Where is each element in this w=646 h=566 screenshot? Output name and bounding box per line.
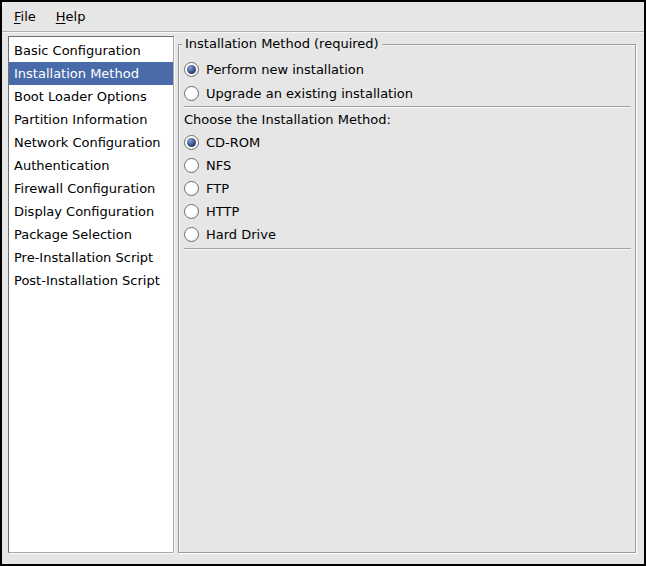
frame-body: Perform new installation Upgrade an exis… bbox=[179, 45, 635, 249]
sidebar-item-label: Partition Information bbox=[14, 112, 148, 127]
sidebar-item-post-installation-script[interactable]: Post-Installation Script bbox=[9, 269, 173, 292]
radio-button-icon bbox=[184, 135, 199, 150]
sidebar-item-partition-information[interactable]: Partition Information bbox=[9, 108, 173, 131]
radio-button-icon bbox=[184, 158, 199, 173]
menu-help[interactable]: Help bbox=[46, 2, 96, 31]
menu-item-label: File bbox=[14, 9, 36, 24]
radio-label: FTP bbox=[206, 181, 229, 196]
frame-title: Installation Method (required) bbox=[182, 36, 382, 52]
install-type-radio-group: Perform new installation Upgrade an exis… bbox=[184, 57, 633, 105]
menu-item-label: Help bbox=[56, 9, 86, 24]
sidebar-item-label: Post-Installation Script bbox=[14, 273, 160, 288]
menubar: File Help bbox=[2, 2, 644, 32]
radio-label: Perform new installation bbox=[206, 62, 364, 77]
radio-button-icon bbox=[184, 204, 199, 219]
menu-file[interactable]: File bbox=[4, 2, 46, 31]
radio-label: NFS bbox=[206, 158, 231, 173]
sidebar-item-pre-installation-script[interactable]: Pre-Installation Script bbox=[9, 246, 173, 269]
installation-method-frame: Installation Method (required) Perform n… bbox=[178, 44, 636, 553]
sidebar-item-boot-loader-options[interactable]: Boot Loader Options bbox=[9, 85, 173, 108]
sidebar-item-label: Authentication bbox=[14, 158, 109, 173]
sidebar-item-label: Boot Loader Options bbox=[14, 89, 147, 104]
sidebar-item-network-configuration[interactable]: Network Configuration bbox=[9, 131, 173, 154]
radio-button-icon bbox=[184, 86, 199, 101]
sidebar-item-label: Package Selection bbox=[14, 227, 132, 242]
sidebar-item-label: Network Configuration bbox=[14, 135, 161, 150]
radio-button-icon bbox=[184, 227, 199, 242]
choose-method-label: Choose the Installation Method: bbox=[184, 107, 633, 131]
radio-ftp[interactable]: FTP bbox=[184, 177, 633, 200]
radio-label: HTTP bbox=[206, 204, 239, 219]
sidebar-item-label: Firewall Configuration bbox=[14, 181, 155, 196]
kickstart-configurator-window: File Help Basic Configuration Installati… bbox=[0, 0, 646, 566]
radio-label: Hard Drive bbox=[206, 227, 276, 242]
radio-label: Upgrade an existing installation bbox=[206, 86, 413, 101]
sidebar-item-label: Display Configuration bbox=[14, 204, 154, 219]
sidebar-item-package-selection[interactable]: Package Selection bbox=[9, 223, 173, 246]
radio-button-icon bbox=[184, 181, 199, 196]
sidebar-item-display-configuration[interactable]: Display Configuration bbox=[9, 200, 173, 223]
section-list: Basic Configuration Installation Method … bbox=[8, 36, 174, 553]
radio-http[interactable]: HTTP bbox=[184, 200, 633, 223]
radio-button-icon bbox=[184, 62, 199, 77]
radio-nfs[interactable]: NFS bbox=[184, 154, 633, 177]
sidebar-item-label: Pre-Installation Script bbox=[14, 250, 153, 265]
sidebar-item-firewall-configuration[interactable]: Firewall Configuration bbox=[9, 177, 173, 200]
sidebar-item-authentication[interactable]: Authentication bbox=[9, 154, 173, 177]
radio-hard-drive[interactable]: Hard Drive bbox=[184, 223, 633, 246]
sidebar-item-label: Installation Method bbox=[14, 66, 139, 81]
radio-upgrade-an-existing-installation[interactable]: Upgrade an existing installation bbox=[184, 81, 633, 105]
sidebar-item-installation-method[interactable]: Installation Method bbox=[9, 62, 173, 85]
separator bbox=[184, 248, 631, 249]
sidebar-item-label: Basic Configuration bbox=[14, 43, 141, 58]
radio-label: CD-ROM bbox=[206, 135, 260, 150]
radio-perform-new-installation[interactable]: Perform new installation bbox=[184, 57, 633, 81]
radio-cd-rom[interactable]: CD-ROM bbox=[184, 131, 633, 154]
sidebar-item-basic-configuration[interactable]: Basic Configuration bbox=[9, 39, 173, 62]
method-radio-group: CD-ROM NFS FTP HTTP bbox=[184, 131, 633, 246]
